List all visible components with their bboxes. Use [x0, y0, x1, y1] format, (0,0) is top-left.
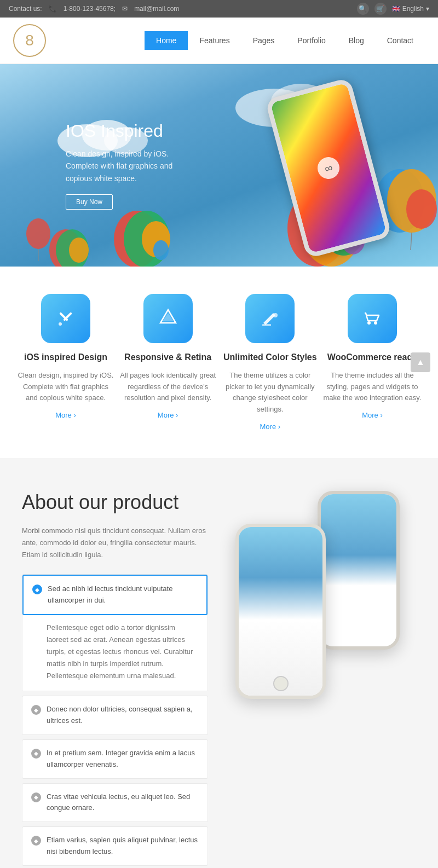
accordion-header-4[interactable]: ◆ Etiam varius, sapien quis aliquet pulv…: [22, 827, 208, 865]
email-icon: ✉: [122, 5, 128, 13]
feature-icon-colors: [245, 294, 295, 343]
accordion-header-1[interactable]: ◆ Donec non dolor ultricies, consequat s…: [22, 696, 208, 734]
phone-mockup-front: [235, 524, 326, 699]
accordion-header-2[interactable]: ◆ In et pretium sem. Integer gravida eni…: [22, 740, 208, 778]
accordion-item-1: ◆ Donec non dolor ultricies, consequat s…: [22, 696, 208, 735]
about-description: Morbi commodo nisl quis tincidunt conseq…: [22, 525, 208, 561]
accordion-header-0[interactable]: ◆ Sed ac nibh id lectus tincidunt vulput…: [22, 575, 208, 615]
accordion-icon-3: ◆: [31, 792, 41, 802]
accordion-icon-2: ◆: [31, 749, 41, 759]
accordion-item-2: ◆ In et pretium sem. Integer gravida eni…: [22, 739, 208, 779]
hero-buy-button[interactable]: Buy Now: [66, 194, 113, 210]
svg-point-33: [367, 321, 371, 325]
about-section: About our product Morbi commodo nisl qui…: [0, 458, 438, 868]
nav-portfolio[interactable]: Portfolio: [286, 31, 337, 50]
accordion-text-1: Donec non dolor ultricies, consequat sap…: [47, 704, 199, 727]
feature-icon-ios: [41, 294, 90, 343]
search-icon[interactable]: 🔍: [357, 3, 369, 15]
phone-screen-front: [239, 527, 322, 696]
about-left: About our product Morbi commodo nisl qui…: [22, 491, 208, 868]
accordion-header-3[interactable]: ◆ Cras vitae vehicula lectus, eu aliquet…: [22, 784, 208, 822]
accordion-text-3: Cras vitae vehicula lectus, eu aliquet l…: [47, 791, 199, 814]
accordion-icon-0: ◆: [32, 585, 42, 594]
phones-container: [235, 491, 411, 721]
nav-home[interactable]: Home: [145, 31, 188, 50]
accordion-item-4: ◆ Etiam varius, sapien quis aliquet pulv…: [22, 826, 208, 866]
svg-point-28: [59, 322, 62, 326]
feature-title-woo: WooCommerce ready: [323, 352, 422, 363]
feature-title-colors: Unlimited Color Styles: [221, 352, 319, 363]
phone-frame: ∞: [265, 77, 392, 258]
phone-screen-back: [321, 494, 396, 646]
nav-blog[interactable]: Blog: [337, 31, 376, 50]
accordion-text-4: Etiam varius, sapien quis aliquet pulvin…: [47, 835, 199, 858]
hero-content: IOS Inspired Clean design, inspired by i…: [0, 121, 186, 210]
feature-title-responsive: Responsive & Retina: [119, 352, 217, 363]
feature-more-ios[interactable]: More ›: [55, 411, 76, 419]
accordion-body-0: Pellentesque eget odio a tortor dignissi…: [22, 615, 208, 691]
nav-features[interactable]: Features: [188, 31, 241, 50]
feature-item-woo: WooCommerce ready The theme includes all…: [323, 294, 422, 419]
feature-icon-responsive: [143, 294, 193, 343]
language-selector[interactable]: 🇬🇧 English ▾: [392, 5, 429, 13]
logo-text: 8: [25, 32, 34, 49]
feature-desc-colors: The theme utilizes a color picker to let…: [221, 370, 319, 415]
feature-desc-woo: The theme includes all the styling, page…: [323, 370, 422, 404]
phone-icon: 📞: [49, 5, 57, 13]
svg-point-31: [273, 313, 278, 317]
scroll-up-button[interactable]: ▲: [411, 352, 430, 372]
navbar: 8 Home Features Pages Portfolio Blog Con…: [0, 18, 438, 64]
contact-label: Contact us:: [9, 5, 42, 13]
feature-more-woo[interactable]: More ›: [362, 411, 383, 419]
accordion-text-0: Sed ac nibh id lectus tincidunt vulputat…: [48, 583, 198, 606]
accordion-item-3: ◆ Cras vitae vehicula lectus, eu aliquet…: [22, 783, 208, 823]
nav-pages[interactable]: Pages: [241, 31, 286, 50]
svg-rect-32: [262, 324, 271, 326]
topbar-right: 🔍 🛒 🇬🇧 English ▾: [357, 3, 429, 15]
phone-number: 1-800-123-45678;: [64, 5, 116, 13]
svg-point-34: [374, 321, 377, 325]
topbar-left: Contact us: 📞 1-800-123-45678; ✉ mail@ma…: [9, 5, 179, 13]
about-title: About our product: [22, 491, 208, 514]
accordion-icon-4: ◆: [31, 836, 41, 846]
accordion-icon-1: ◆: [31, 705, 41, 715]
features-section: iOS inspired Design Clean design, inspir…: [0, 267, 438, 458]
nav-contact[interactable]: Contact: [376, 31, 425, 50]
phone-home-button: [273, 676, 289, 691]
cart-icon[interactable]: 🛒: [374, 3, 387, 15]
feature-desc-responsive: All pages look identically great regardl…: [119, 370, 217, 404]
accordion-item-0: ◆ Sed ac nibh id lectus tincidunt vulput…: [22, 574, 208, 691]
language-label: English: [402, 5, 424, 13]
hero-section: ∞ IOS Inspired Clean design, inspired by…: [0, 64, 438, 267]
hero-title: IOS Inspired: [66, 121, 186, 141]
feature-title-ios: iOS inspired Design: [16, 352, 115, 363]
flag-icon: 🇬🇧: [392, 5, 400, 13]
feature-item-ios: iOS inspired Design Clean design, inspir…: [16, 294, 115, 419]
feature-more-colors[interactable]: More ›: [260, 423, 281, 431]
feature-item-responsive: Responsive & Retina All pages look ident…: [119, 294, 217, 419]
topbar: Contact us: 📞 1-800-123-45678; ✉ mail@ma…: [0, 0, 438, 18]
phone-mockup-back: [318, 491, 400, 650]
hero-phone-mockup: ∞: [252, 75, 405, 256]
feature-icon-woo: [348, 294, 397, 343]
accordion-text-2: In et pretium sem. Integer gravida enim …: [47, 748, 199, 771]
email-address: mail@mail.com: [134, 5, 179, 13]
about-right: [230, 491, 416, 721]
feature-more-responsive[interactable]: More ›: [158, 411, 178, 419]
chevron-down-icon: ▾: [426, 5, 429, 13]
nav-links: Home Features Pages Portfolio Blog Conta…: [145, 31, 425, 50]
feature-item-colors: Unlimited Color Styles The theme utilize…: [221, 294, 319, 431]
feature-desc-ios: Clean design, inspired by iOS. Complete …: [16, 370, 115, 404]
logo[interactable]: 8: [13, 24, 46, 57]
hero-description: Clean design, inspired by iOS. Complete …: [66, 148, 186, 184]
